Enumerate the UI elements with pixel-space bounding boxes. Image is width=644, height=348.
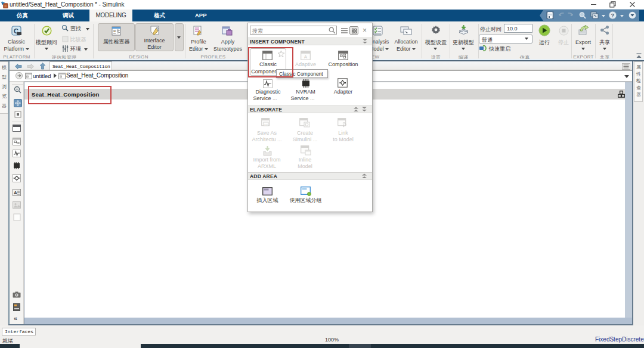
svg-text:++: ++ xyxy=(264,123,268,126)
svg-text:A: A xyxy=(14,190,17,195)
svg-text:?: ? xyxy=(611,12,615,18)
svg-text:A: A xyxy=(304,54,308,60)
